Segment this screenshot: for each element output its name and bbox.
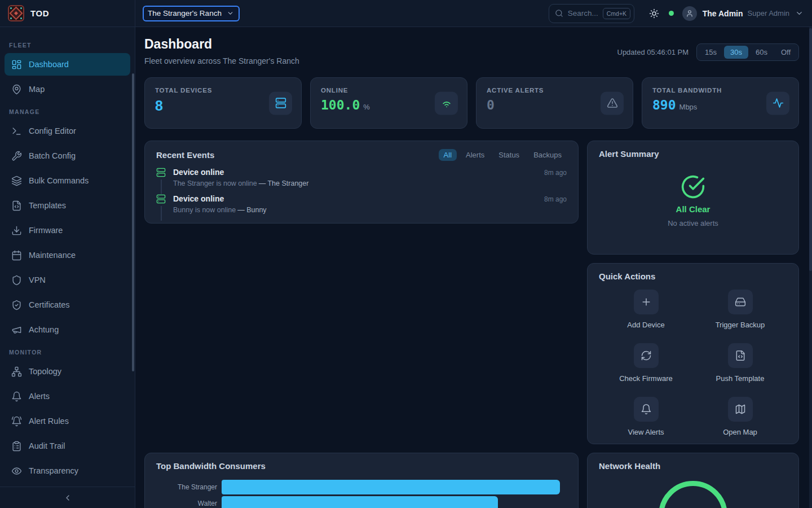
server-icon [269, 91, 292, 115]
sidebar-item-label: Maintenance [29, 251, 76, 260]
bell-icon [11, 391, 22, 402]
check-circle-icon [681, 174, 705, 199]
shield-check-icon [11, 300, 22, 310]
quick-actions-panel: Quick Actions Add DeviceTrigger BackupCh… [587, 263, 799, 444]
network-health-gauge: 100 [659, 481, 727, 508]
stat-card-total-devices: TOTAL DEVICES8 [144, 77, 302, 129]
page-subtitle: Fleet overview across The Stranger's Ran… [144, 56, 299, 65]
event-title: Device online [173, 168, 224, 177]
status-dot [669, 11, 674, 16]
sidebar-item-label: Map [29, 85, 45, 94]
site-selector[interactable]: The Stranger's Ranch [143, 6, 240, 21]
sidebar-item-label: Alerts [29, 392, 50, 401]
sidebar-scrollbar-thumb[interactable] [132, 73, 134, 371]
sidebar-collapse-button[interactable] [0, 487, 135, 508]
sidebar-item-topology[interactable]: Topology [5, 360, 130, 383]
sidebar-item-firmware[interactable]: Firmware [5, 219, 130, 242]
logo-row: TOD [0, 0, 135, 27]
sidebar-item-label: Dashboard [29, 60, 69, 69]
quick-action-push-template[interactable]: Push Template [693, 343, 787, 383]
sidebar-item-label: Bulk Commands [29, 176, 89, 185]
theme-toggle-button[interactable] [649, 8, 659, 19]
alert-triangle-icon [601, 91, 624, 115]
sidebar-item-label: Templates [29, 201, 66, 210]
download-icon [11, 225, 22, 236]
event-description: The Stranger is now online— The Stranger [173, 179, 567, 187]
sidebar-item-achtung[interactable]: Achtung [5, 318, 130, 341]
sidebar-item-dashboard[interactable]: Dashboard [5, 53, 130, 76]
sidebar-item-label: Transparency [29, 466, 78, 475]
terminal-icon [11, 126, 22, 137]
sidebar-item-label: Firmware [29, 226, 63, 235]
avatar[interactable] [682, 6, 697, 21]
events-filter-all[interactable]: All [439, 149, 457, 161]
user-menu-chevron[interactable] [795, 9, 804, 17]
event-device: — Bunny [237, 206, 266, 214]
refresh-option-15s[interactable]: 15s [699, 46, 723, 59]
quick-action-view-alerts[interactable]: View Alerts [599, 397, 693, 436]
sidebar-item-templates[interactable]: Templates [5, 194, 130, 217]
stat-unit: Mbps [679, 103, 698, 111]
refresh-interval-control: 15s30s60sOff [696, 43, 799, 61]
stats-row: TOTAL DEVICES8ONLINE100.0%ACTIVE ALERTS0… [144, 77, 799, 129]
site-selector-value: The Stranger's Ranch [148, 9, 222, 17]
refresh-option-60s[interactable]: 60s [749, 46, 774, 59]
user-name: The Admin [703, 9, 743, 18]
quick-action-label: Trigger Backup [716, 321, 765, 329]
search-icon [555, 9, 563, 17]
bandwidth-chart: The StrangerWalter [156, 480, 567, 508]
sidebar-item-label: Config Editor [29, 126, 76, 135]
event-time: 8m ago [544, 195, 567, 203]
bandwidth-device-label: Walter [156, 500, 217, 507]
stat-card-total-bandwidth: TOTAL BANDWIDTH890Mbps [642, 77, 799, 129]
wifi-icon [435, 91, 458, 115]
calendar-icon [11, 250, 22, 261]
sidebar-item-batch-config[interactable]: Batch Config [5, 144, 130, 167]
network-icon [11, 366, 22, 377]
quick-action-label: Check Firmware [619, 374, 673, 383]
refresh-option-off[interactable]: Off [775, 46, 797, 59]
hard-drive-icon [728, 290, 753, 314]
bandwidth-device-label: The Stranger [156, 483, 217, 491]
quick-action-label: Add Device [627, 321, 664, 329]
sidebar-item-transparency[interactable]: Transparency [5, 459, 130, 482]
quick-action-add-device[interactable]: Add Device [599, 290, 693, 329]
app-title: TOD [30, 8, 49, 18]
page-scrollbar[interactable] [809, 27, 812, 508]
sidebar-item-maintenance[interactable]: Maintenance [5, 244, 130, 266]
bandwidth-bar [222, 496, 498, 508]
quick-action-open-map[interactable]: Open Map [693, 397, 787, 436]
topbar: The Stranger's Ranch Search... Cmd+K The… [135, 0, 812, 27]
sidebar-item-label: VPN [29, 275, 46, 284]
search-input[interactable]: Search... Cmd+K [549, 4, 634, 23]
network-health-title: Network Health [599, 461, 660, 471]
refresh-option-30s[interactable]: 30s [724, 46, 748, 59]
sidebar-item-audit-trail[interactable]: Audit Trail [5, 435, 130, 457]
bandwidth-row-walter: Walter [156, 496, 567, 508]
server-icon [156, 168, 166, 187]
stat-unit: % [363, 103, 370, 111]
sidebar-item-alert-rules[interactable]: Alert Rules [5, 410, 130, 432]
chevron-down-icon [227, 10, 234, 17]
sidebar-item-certificates[interactable]: Certificates [5, 294, 130, 316]
sidebar-item-vpn[interactable]: VPN [5, 269, 130, 291]
events-filter-alerts[interactable]: Alerts [461, 149, 489, 161]
network-health-panel: Network Health 100 [587, 453, 799, 508]
quick-action-trigger-backup[interactable]: Trigger Backup [693, 290, 787, 329]
sidebar-item-bulk-commands[interactable]: Bulk Commands [5, 169, 130, 192]
quick-action-label: View Alerts [628, 428, 664, 436]
stat-card-active-alerts: ACTIVE ALERTS0 [476, 77, 633, 129]
bandwidth-row-the-stranger: The Stranger [156, 480, 567, 494]
search-shortcut-badge: Cmd+K [603, 8, 630, 19]
event-row[interactable]: Device online8m agoBunny is now online— … [156, 194, 567, 214]
quick-action-check-firmware[interactable]: Check Firmware [599, 343, 693, 383]
sidebar: TOD FLEETDashboardMapMANAGEConfig Editor… [0, 0, 135, 508]
sidebar-item-label: Topology [29, 367, 61, 376]
event-row[interactable]: Device online8m agoThe Stranger is now o… [156, 168, 567, 187]
sidebar-item-alerts[interactable]: Alerts [5, 385, 130, 408]
events-filter-backups[interactable]: Backups [528, 149, 567, 161]
sidebar-item-map[interactable]: Map [5, 78, 130, 100]
sidebar-item-config-editor[interactable]: Config Editor [5, 120, 130, 142]
quick-action-label: Push Template [716, 374, 765, 383]
events-filter-status[interactable]: Status [493, 149, 524, 161]
